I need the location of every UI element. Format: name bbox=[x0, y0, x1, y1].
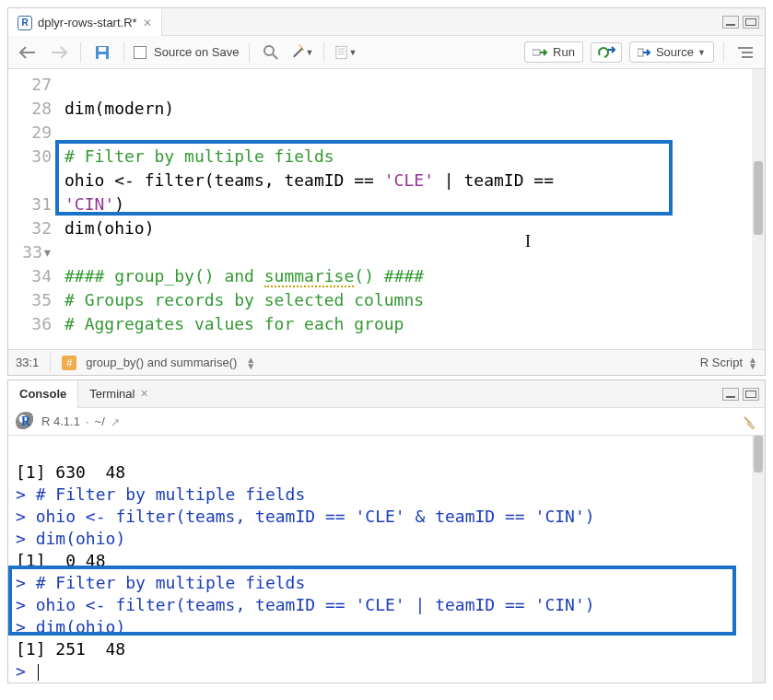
svg-rect-13 bbox=[533, 50, 540, 55]
console-pane: Console Terminal ✕ R R 4.1.1 · ~/ [1] 63… bbox=[7, 379, 766, 683]
svg-point-7 bbox=[302, 49, 304, 51]
minimize-button[interactable] bbox=[722, 16, 739, 29]
svg-rect-2 bbox=[99, 54, 106, 59]
svg-point-6 bbox=[300, 46, 302, 48]
close-icon[interactable]: ✕ bbox=[143, 17, 152, 29]
console-tab[interactable]: Console bbox=[8, 380, 78, 408]
r-file-icon: R bbox=[18, 16, 32, 30]
window-controls bbox=[722, 388, 759, 401]
console-output: [1] 251 48 bbox=[16, 639, 125, 659]
notebook-button[interactable]: ▼ bbox=[334, 41, 357, 64]
console-tabs: Console Terminal ✕ bbox=[8, 380, 765, 408]
source-button-label: Source bbox=[656, 45, 694, 59]
code-line: # Filter by multiple fields bbox=[64, 146, 334, 166]
svg-rect-9 bbox=[335, 46, 346, 58]
clear-console-button[interactable] bbox=[741, 414, 757, 430]
code-line: # Aggregates values for each group bbox=[64, 314, 404, 333]
terminal-tab[interactable]: Terminal ✕ bbox=[78, 380, 159, 408]
section-label[interactable]: group_by() and summarise() bbox=[86, 356, 237, 369]
editor-tabs: R dplyr-rows-start.R* ✕ bbox=[8, 8, 765, 36]
r-version-label: R 4.1.1 bbox=[41, 414, 80, 428]
popout-icon[interactable] bbox=[111, 416, 123, 427]
language-label[interactable]: R Script bbox=[700, 356, 743, 369]
console-output: [1] 0 48 bbox=[16, 551, 106, 570]
run-button[interactable]: Run bbox=[524, 41, 583, 63]
maximize-button[interactable] bbox=[743, 388, 759, 401]
code-line: ohio <- filter(teams, teamID == 'CLE' | … bbox=[64, 170, 564, 214]
svg-point-8 bbox=[299, 44, 300, 46]
editor-body[interactable]: 27 28 29 30 31 32 33▾ 34 35 36 dim(moder… bbox=[8, 69, 765, 349]
chevron-down-icon: ▼ bbox=[697, 48, 706, 57]
sort-icon[interactable]: ▲▼ bbox=[748, 356, 757, 369]
console-output: [1] 630 48 bbox=[16, 462, 125, 482]
console-line: > # Filter by multiple fields bbox=[16, 484, 305, 504]
console-toolbar: R R 4.1.1 · ~/ bbox=[8, 408, 765, 436]
save-button[interactable] bbox=[90, 41, 114, 64]
back-button[interactable] bbox=[16, 41, 40, 64]
svg-rect-1 bbox=[99, 47, 106, 52]
text-caret: I bbox=[525, 229, 531, 253]
console-line: > dim(ohio) bbox=[16, 529, 125, 548]
code-line: #### group_by() and summarise() #### bbox=[64, 266, 424, 287]
section-badge-icon: # bbox=[62, 356, 76, 370]
source-button[interactable]: Source ▼ bbox=[629, 41, 714, 63]
minimize-button[interactable] bbox=[722, 388, 739, 401]
code-line: dim(modern) bbox=[64, 99, 174, 118]
maximize-button[interactable] bbox=[743, 16, 759, 29]
console-line: > dim(ohio) bbox=[16, 617, 125, 636]
file-tab-label: dplyr-rows-start.R* bbox=[38, 16, 137, 29]
close-icon[interactable]: ✕ bbox=[140, 388, 148, 400]
source-editor-pane: R dplyr-rows-start.R* ✕ Source on Save ▼ bbox=[7, 7, 766, 376]
find-button[interactable] bbox=[259, 41, 283, 64]
console-line: > ohio <- filter(teams, teamID == 'CLE' … bbox=[16, 507, 595, 526]
wand-button[interactable]: ▼ bbox=[290, 41, 314, 64]
console-line: > # Filter by multiple fields bbox=[16, 573, 305, 592]
code-line: # Groups records by selected columns bbox=[64, 290, 424, 309]
source-on-save-checkbox[interactable] bbox=[134, 46, 146, 59]
editor-status-bar: 33:1 # group_by() and summarise() ▲▼ R S… bbox=[8, 349, 765, 375]
console-line: > ohio <- filter(teams, teamID == 'CLE' … bbox=[16, 595, 595, 614]
svg-line-4 bbox=[273, 54, 277, 59]
outline-button[interactable] bbox=[733, 41, 757, 64]
cursor-position: 33:1 bbox=[16, 356, 39, 369]
console-prompt[interactable]: > bbox=[16, 661, 39, 681]
line-gutter: 27 28 29 30 31 32 33▾ 34 35 36 bbox=[8, 69, 59, 349]
rerun-button[interactable] bbox=[591, 42, 622, 63]
chevron-down-icon: ▼ bbox=[306, 48, 314, 57]
working-dir[interactable]: ~/ bbox=[95, 414, 105, 428]
run-button-label: Run bbox=[553, 45, 575, 59]
svg-rect-14 bbox=[638, 49, 643, 56]
sort-icon[interactable]: ▲▼ bbox=[246, 356, 255, 369]
editor-scrollbar[interactable] bbox=[752, 69, 765, 349]
svg-point-3 bbox=[264, 46, 274, 55]
code-area[interactable]: dim(modern) # Filter by multiple fields … bbox=[59, 69, 752, 349]
source-on-save-label: Source on Save bbox=[154, 45, 240, 59]
editor-toolbar: Source on Save ▼ ▼ Run Source ▼ bbox=[8, 36, 765, 69]
file-tab[interactable]: R dplyr-rows-start.R* ✕ bbox=[8, 8, 162, 36]
fold-icon[interactable]: ▾ bbox=[42, 240, 52, 264]
console-body[interactable]: [1] 630 48 > # Filter by multiple fields… bbox=[8, 436, 765, 682]
forward-button[interactable] bbox=[47, 41, 71, 64]
code-line: dim(ohio) bbox=[64, 218, 155, 238]
r-logo-icon: R bbox=[16, 412, 36, 432]
console-scrollbar[interactable] bbox=[752, 436, 765, 682]
svg-line-5 bbox=[293, 48, 301, 56]
window-controls bbox=[722, 16, 759, 29]
chevron-down-icon: ▼ bbox=[349, 48, 357, 57]
